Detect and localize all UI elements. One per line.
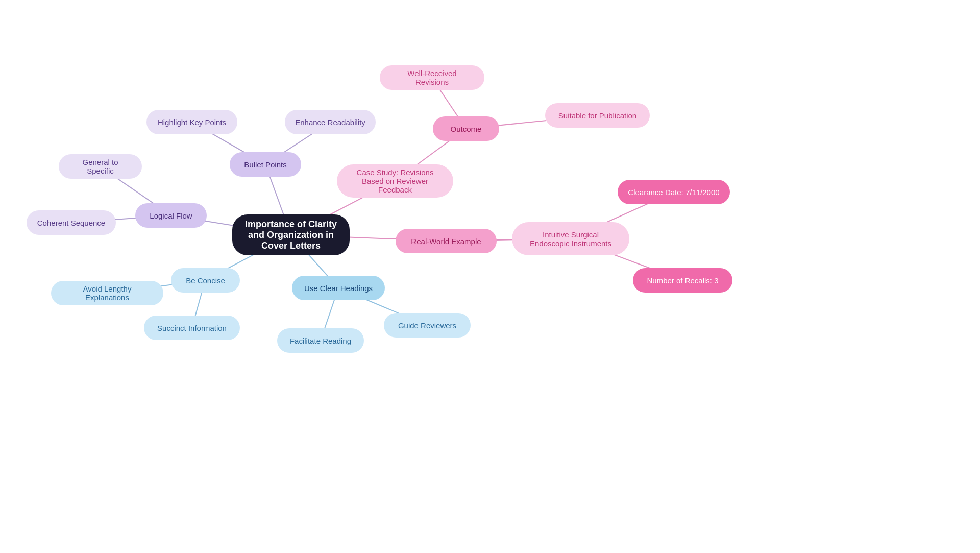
guide-reviewers-node[interactable]: Guide Reviewers [384, 313, 471, 338]
avoid-lengthy-node[interactable]: Avoid Lengthy Explanations [51, 281, 163, 305]
center-node[interactable]: Importance of Clarity and Organization i… [232, 214, 350, 255]
enhance-readability-node[interactable]: Enhance Readability [285, 110, 376, 134]
use-clear-headings-node[interactable]: Use Clear Headings [292, 276, 385, 300]
succinct-node[interactable]: Succinct Information [144, 316, 240, 340]
facilitate-reading-node[interactable]: Facilitate Reading [277, 328, 364, 353]
outcome-node[interactable]: Outcome [433, 116, 499, 141]
well-received-node[interactable]: Well-Received Revisions [380, 65, 484, 90]
be-concise-node[interactable]: Be Concise [171, 268, 240, 293]
case-study-node[interactable]: Case Study: Revisions Based on Reviewer … [337, 164, 453, 198]
bullet-points-node[interactable]: Bullet Points [230, 152, 301, 177]
logical-flow-node[interactable]: Logical Flow [135, 203, 207, 228]
clearance-node[interactable]: Clearance Date: 7/11/2000 [618, 180, 730, 204]
recalls-node[interactable]: Number of Recalls: 3 [633, 268, 732, 293]
intuitive-node[interactable]: Intuitive Surgical Endoscopic Instrument… [512, 222, 629, 255]
coherent-sequence-node[interactable]: Coherent Sequence [27, 210, 116, 235]
suitable-node[interactable]: Suitable for Publication [545, 103, 650, 128]
real-world-node[interactable]: Real-World Example [396, 229, 497, 253]
highlight-key-points-node[interactable]: Highlight Key Points [146, 110, 237, 134]
general-to-specific-node[interactable]: General to Specific [59, 154, 142, 179]
